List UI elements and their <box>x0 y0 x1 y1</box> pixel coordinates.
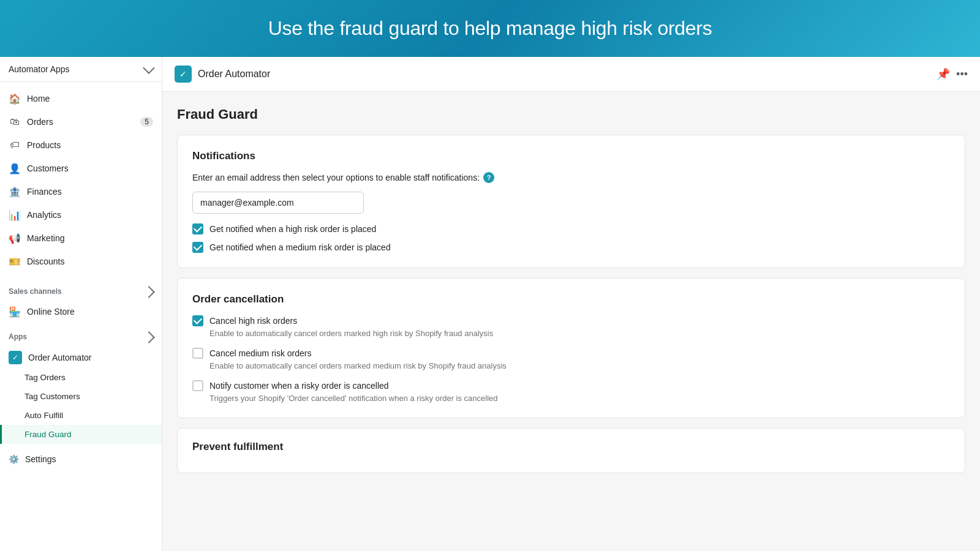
sidebar-item-marketing[interactable]: 📢 Marketing <box>0 227 162 250</box>
home-icon: 🏠 <box>9 92 21 105</box>
sidebar-item-analytics[interactable]: 📊 Analytics <box>0 203 162 227</box>
pin-icon[interactable]: 📌 <box>937 67 950 81</box>
cancel-medium-risk-group: Cancel medium risk orders Enable to auto… <box>192 348 950 370</box>
notify-medium-risk-checkbox[interactable] <box>192 242 203 253</box>
expand-icon <box>143 286 155 298</box>
sidebar-item-label: Analytics <box>27 210 61 220</box>
sidebar-item-label: Marketing <box>27 233 64 243</box>
sales-channels-section[interactable]: Sales channels <box>0 278 162 300</box>
apps-section[interactable]: Apps <box>0 323 162 345</box>
prevent-fulfillment-card: Prevent fulfillment <box>177 428 965 473</box>
customers-icon: 👤 <box>9 162 21 174</box>
notify-medium-risk-label: Get notified when a medium risk order is… <box>209 242 391 252</box>
cancel-high-risk-group: Cancel high risk orders Enable to automa… <box>192 315 950 338</box>
notify-customer-cancel-row: Notify customer when a risky order is ca… <box>192 380 950 391</box>
cancel-medium-risk-desc: Enable to automatically cancel orders ma… <box>192 361 950 370</box>
chevron-down-icon <box>143 62 155 74</box>
sidebar-item-label: Finances <box>27 187 62 197</box>
sub-nav-label: Tag Customers <box>24 392 80 401</box>
finances-icon: 🏦 <box>9 186 21 198</box>
notify-high-risk-label: Get notified when a high risk order is p… <box>209 224 376 234</box>
sidebar-item-label: Orders <box>27 117 53 127</box>
cancel-high-risk-checkbox[interactable] <box>192 315 203 326</box>
orders-icon: 🛍 <box>9 116 21 128</box>
orders-badge: 5 <box>140 117 153 127</box>
sidebar: Automator Apps 🏠 Home 🛍 Orders 5 🏷 Produ… <box>0 57 162 551</box>
notify-customer-cancel-desc: Triggers your Shopify 'Order cancelled' … <box>192 394 950 403</box>
more-actions-icon[interactable]: ••• <box>956 68 968 81</box>
notify-medium-risk-row: Get notified when a medium risk order is… <box>192 242 950 253</box>
page-header-icon: ✓ <box>175 66 192 83</box>
notify-high-risk-row: Get notified when a high risk order is p… <box>192 223 950 234</box>
sidebar-item-label: Customers <box>27 163 69 173</box>
sidebar-item-tag-customers[interactable]: Tag Customers <box>0 387 162 406</box>
notifications-card: Notifications Enter an email address the… <box>177 135 965 268</box>
sidebar-item-customers[interactable]: 👤 Customers <box>0 157 162 180</box>
main-nav: 🏠 Home 🛍 Orders 5 🏷 Products 👤 Customers… <box>0 82 162 278</box>
notifications-title: Notifications <box>192 150 950 162</box>
sidebar-item-finances[interactable]: 🏦 Finances <box>0 180 162 203</box>
order-cancellation-title: Order cancellation <box>192 293 950 305</box>
sub-nav-label: Tag Orders <box>24 373 66 382</box>
marketing-icon: 📢 <box>9 232 21 244</box>
page-header: ✓ Order Automator 📌 ••• <box>162 57 980 92</box>
notify-customer-cancel-checkbox[interactable] <box>192 380 203 391</box>
apps-expand-icon <box>143 331 155 343</box>
content-area: Fraud Guard Notifications Enter an email… <box>162 92 980 498</box>
sidebar-item-online-store[interactable]: 🏪 Online Store <box>0 300 162 323</box>
banner-text: Use the fraud guard to help manage high … <box>268 17 712 39</box>
settings-icon: ⚙️ <box>9 454 19 464</box>
prevent-fulfillment-title: Prevent fulfillment <box>192 441 950 453</box>
top-banner: Use the fraud guard to help manage high … <box>0 0 980 57</box>
sub-nav-label: Auto Fulfill <box>24 411 63 420</box>
notify-high-risk-checkbox[interactable] <box>192 223 203 234</box>
order-automator-icon: ✓ <box>9 351 22 364</box>
page-header-actions: 📌 ••• <box>937 67 968 81</box>
sub-nav-label: Fraud Guard <box>24 430 72 439</box>
sidebar-item-orders[interactable]: 🛍 Orders 5 <box>0 110 162 133</box>
sidebar-item-label: Home <box>27 94 50 103</box>
apps-label: Apps <box>9 332 27 341</box>
page-header-title: Order Automator <box>198 69 270 80</box>
cancel-medium-risk-row: Cancel medium risk orders <box>192 348 950 359</box>
cancel-high-risk-label: Cancel high risk orders <box>209 316 297 326</box>
sales-channels-label: Sales channels <box>9 287 62 296</box>
notifications-description: Enter an email address then select your … <box>192 172 950 183</box>
app-selector[interactable]: Automator Apps <box>0 57 162 82</box>
cancel-high-risk-desc: Enable to automatically cancel orders ma… <box>192 329 950 338</box>
email-input[interactable] <box>192 192 364 214</box>
page-header-left: ✓ Order Automator <box>175 66 270 83</box>
products-icon: 🏷 <box>9 139 21 151</box>
sidebar-item-label: Products <box>27 140 61 150</box>
cancel-high-risk-row: Cancel high risk orders <box>192 315 950 326</box>
help-icon[interactable]: ? <box>483 172 494 183</box>
app-selector-label: Automator Apps <box>9 64 70 74</box>
notify-customer-cancel-group: Notify customer when a risky order is ca… <box>192 380 950 403</box>
sidebar-item-settings[interactable]: ⚙️ Settings <box>0 449 162 470</box>
cancel-medium-risk-checkbox[interactable] <box>192 348 203 359</box>
sidebar-item-tag-orders[interactable]: Tag Orders <box>0 368 162 387</box>
notify-customer-cancel-label: Notify customer when a risky order is ca… <box>209 381 389 391</box>
sidebar-item-label: Online Store <box>27 307 75 317</box>
discounts-icon: 🎫 <box>9 255 21 268</box>
sidebar-item-discounts[interactable]: 🎫 Discounts <box>0 250 162 273</box>
sidebar-item-order-automator[interactable]: ✓ Order Automator <box>0 345 162 368</box>
order-automator-label: Order Automator <box>28 353 92 362</box>
online-store-icon: 🏪 <box>9 305 21 318</box>
sidebar-item-home[interactable]: 🏠 Home <box>0 87 162 110</box>
notifications-desc-text: Enter an email address then select your … <box>192 173 480 182</box>
page-title: Fraud Guard <box>177 107 965 122</box>
sidebar-item-fraud-guard[interactable]: Fraud Guard <box>0 425 162 444</box>
sidebar-item-auto-fulfill[interactable]: Auto Fulfill <box>0 406 162 425</box>
settings-label: Settings <box>25 454 56 464</box>
main-content: ✓ Order Automator 📌 ••• Fraud Guard Noti… <box>162 57 980 551</box>
cancel-medium-risk-label: Cancel medium risk orders <box>209 348 312 358</box>
order-cancellation-card: Order cancellation Cancel high risk orde… <box>177 278 965 418</box>
analytics-icon: 📊 <box>9 209 21 221</box>
sidebar-item-products[interactable]: 🏷 Products <box>0 133 162 157</box>
sidebar-item-label: Discounts <box>27 257 64 266</box>
